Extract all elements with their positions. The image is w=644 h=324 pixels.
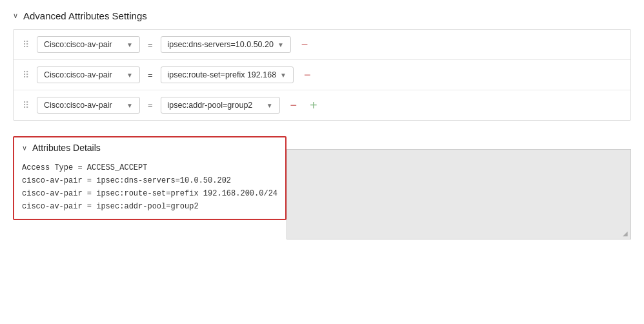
page: ∨ Advanced Attributes Settings ⠿ Cisco:c… [0,0,644,324]
remove-button-3[interactable]: − [288,98,300,112]
advanced-section-header: ∨ Advanced Attributes Settings [13,10,631,21]
equals-sign-2: = [148,70,153,80]
drag-handle-icon[interactable]: ⠿ [23,100,29,110]
remove-button-2[interactable]: − [301,68,314,82]
value-dropdown-arrow-icon-1: ▼ [277,41,284,48]
dropdown-arrow-icon-3: ▼ [126,102,133,109]
value-dropdown-arrow-icon-2: ▼ [280,72,287,79]
right-dropdown-1[interactable]: ipsec:dns-servers=10.0.50.20 ▼ [161,36,291,53]
details-content: Access Type = ACCESS_ACCEPT cisco-av-pai… [14,158,285,219]
detail-line-4: cisco-av-pair = ipsec:addr-pool=group2 [22,202,277,211]
left-dropdown-label-2: Cisco:cisco-av-pair [44,70,123,79]
dropdown-arrow-icon-2: ▼ [126,72,133,79]
drag-handle-icon[interactable]: ⠿ [23,39,29,50]
right-dropdown-2[interactable]: ipsec:route-set=prefix 192.168 ▼ [161,66,294,83]
advanced-section-title: Advanced Attributes Settings [23,10,147,21]
equals-sign-3: = [148,101,153,110]
advanced-chevron-icon[interactable]: ∨ [13,12,18,20]
right-panel: ◢ [287,149,631,239]
details-chevron-icon[interactable]: ∨ [22,144,27,152]
details-header: ∨ Attributes Details [14,137,285,158]
drag-handle-icon[interactable]: ⠿ [23,70,29,80]
right-dropdown-3[interactable]: ipsec:addr-pool=group2 ▼ [161,97,280,114]
main-content: ∨ Attributes Details Access Type = ACCES… [13,136,631,239]
right-dropdown-label-1: ipsec:dns-servers=10.0.50.20 [168,40,274,49]
equals-sign-1: = [148,40,153,50]
right-dropdown-label-3: ipsec:addr-pool=group2 [168,101,263,110]
left-dropdown-label-3: Cisco:cisco-av-pair [44,101,123,110]
left-dropdown-2[interactable]: Cisco:cisco-av-pair ▼ [37,66,140,83]
detail-line-3: cisco-av-pair = ipsec:route-set=prefix 1… [22,189,277,198]
resize-handle-icon[interactable]: ◢ [623,230,628,237]
attributes-table: ⠿ Cisco:cisco-av-pair ▼ = ipsec:dns-serv… [13,29,631,121]
table-row: ⠿ Cisco:cisco-av-pair ▼ = ipsec:addr-poo… [14,90,630,120]
details-box: ∨ Attributes Details Access Type = ACCES… [13,136,287,220]
remove-button-1[interactable]: − [299,37,311,52]
dropdown-arrow-icon-1: ▼ [126,41,133,48]
add-button[interactable]: + [307,97,320,113]
left-dropdown-3[interactable]: Cisco:cisco-av-pair ▼ [37,97,140,114]
table-row: ⠿ Cisco:cisco-av-pair ▼ = ipsec:route-se… [14,60,630,90]
left-dropdown-1[interactable]: Cisco:cisco-av-pair ▼ [37,36,140,53]
details-title: Attributes Details [32,143,101,153]
table-row: ⠿ Cisco:cisco-av-pair ▼ = ipsec:dns-serv… [14,30,630,60]
detail-line-2: cisco-av-pair = ipsec:dns-servers=10.0.5… [22,176,277,185]
value-dropdown-arrow-icon-3: ▼ [267,102,273,109]
detail-line-1: Access Type = ACCESS_ACCEPT [22,163,277,172]
left-column: ∨ Attributes Details Access Type = ACCES… [13,136,287,239]
left-dropdown-label-1: Cisco:cisco-av-pair [44,40,123,49]
right-dropdown-label-2: ipsec:route-set=prefix 192.168 [168,70,277,79]
